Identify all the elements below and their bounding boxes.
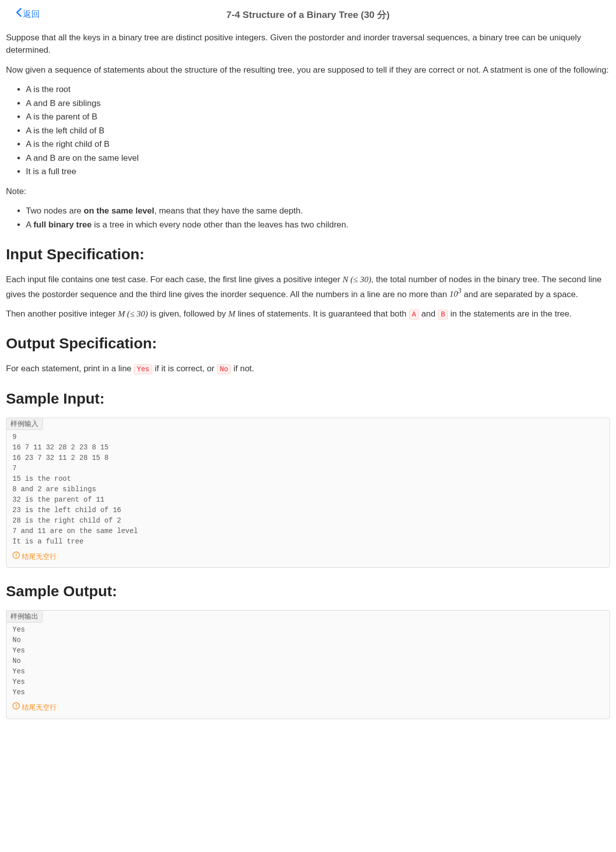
problem-content: Suppose that all the keys in a binary tr… (5, 31, 611, 719)
text: Then another positive integer (6, 309, 118, 319)
page-title: 7-4 Structure of a Binary Tree (30 分) (226, 9, 390, 20)
sample-output-text: Yes No Yes No Yes Yes Yes (12, 625, 604, 698)
math-var: M (118, 309, 125, 319)
note-label: Note: (6, 185, 610, 198)
intro-p2: Now given a sequence of statements about… (6, 64, 610, 77)
warning-icon (12, 702, 20, 713)
bold-text: on the same level (84, 206, 154, 215)
warning-icon (12, 551, 20, 562)
svg-point-5 (16, 707, 17, 708)
input-spec-p2: Then another positive integer M (≤ 30) i… (6, 308, 610, 320)
input-spec-p1: Each input file contains one test case. … (6, 273, 610, 301)
sample-input-heading: Sample Input: (6, 387, 610, 410)
text: lines of statements. It is guaranteed th… (235, 309, 409, 319)
text: if it is correct, or (152, 364, 216, 373)
list-item: Two nodes are on the same level, means t… (26, 205, 610, 217)
text: is a tree in which every node other than… (92, 220, 348, 229)
text: Two nodes are (26, 206, 84, 215)
sample-output-box: 样例输出 Yes No Yes No Yes Yes Yes 结尾无空行 (6, 610, 610, 719)
sample-input-text: 9 16 7 11 32 28 2 23 8 15 16 23 7 32 11 … (12, 432, 604, 547)
back-button[interactable]: 返回 (16, 8, 40, 21)
input-spec-heading: Input Specification: (6, 243, 610, 265)
math-var: M (228, 309, 235, 319)
svg-point-2 (16, 556, 17, 557)
chevron-left-icon (16, 8, 22, 21)
output-spec-p: For each statement, print in a line Yes … (6, 362, 610, 375)
no-blank-text: 结尾无空行 (22, 551, 57, 562)
text: is given, followed by (148, 309, 228, 319)
text: Each input file contains one test case. … (6, 275, 343, 284)
back-label: 返回 (23, 8, 40, 21)
sample-input-box: 样例输入 9 16 7 11 32 28 2 23 8 15 16 23 7 3… (6, 418, 610, 568)
list-item: A and B are on the same level (26, 152, 610, 165)
text: For each statement, print in a line (6, 364, 134, 373)
text: and are separated by a space. (461, 289, 578, 299)
list-item: A and B are siblings (26, 97, 610, 110)
note-list: Two nodes are on the same level, means t… (6, 205, 610, 231)
math-expr: (≤ 30) (125, 309, 148, 319)
intro-p1: Suppose that all the keys in a binary tr… (6, 31, 610, 57)
math-var: N (343, 275, 348, 284)
text: , means that they have the same depth. (154, 206, 303, 215)
header-bar: 返回 7-4 Structure of a Binary Tree (30 分) (5, 8, 611, 22)
sample-output-label: 样例输出 (6, 610, 43, 623)
no-blank-line-hint: 结尾无空行 (12, 551, 57, 562)
inline-code: B (438, 310, 448, 320)
text: A (26, 220, 33, 229)
inline-code: A (409, 310, 419, 320)
no-blank-line-hint: 结尾无空行 (12, 702, 57, 713)
math-expr: (≤ 30) (348, 275, 371, 284)
bold-text: full binary tree (33, 220, 92, 229)
list-item: A is the parent of B (26, 110, 610, 123)
list-item: A full binary tree is a tree in which ev… (26, 218, 610, 231)
math-expr: 103 (449, 289, 461, 299)
text: in the statements are in the tree. (448, 309, 572, 319)
sample-input-label: 样例输入 (6, 418, 43, 430)
text: 10 (449, 289, 458, 299)
sample-output-heading: Sample Output: (6, 580, 610, 602)
list-item: It is a full tree (26, 165, 610, 178)
text: and (419, 309, 438, 319)
inline-code: No (217, 364, 231, 374)
output-spec-heading: Output Specification: (6, 332, 610, 354)
svg-rect-1 (16, 553, 17, 555)
statement-list: A is the root A and B are siblings A is … (6, 83, 610, 178)
no-blank-text: 结尾无空行 (22, 702, 57, 713)
list-item: A is the right child of B (26, 138, 610, 151)
svg-rect-4 (16, 704, 17, 707)
list-item: A is the left child of B (26, 124, 610, 137)
list-item: A is the root (26, 83, 610, 96)
inline-code: Yes (134, 364, 152, 374)
text: if not. (231, 364, 254, 373)
